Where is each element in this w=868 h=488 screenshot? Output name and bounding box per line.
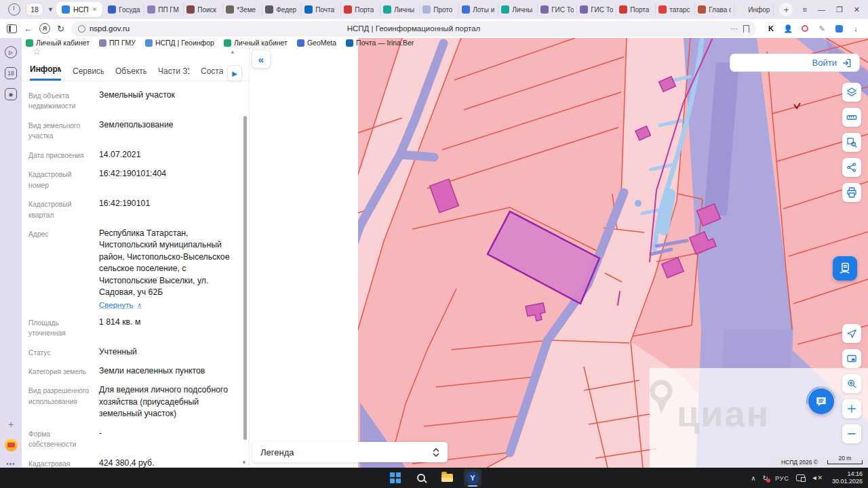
add-panel-icon[interactable]: + xyxy=(8,419,14,430)
calendar-18-icon[interactable]: 18 xyxy=(5,67,17,79)
browser-tab[interactable]: Госуда xyxy=(105,3,144,16)
login-button[interactable]: Войти xyxy=(730,54,860,72)
legend-bar[interactable]: Легенда xyxy=(252,442,448,462)
player-icon[interactable]: ▹ xyxy=(5,46,17,58)
browser-tab[interactable]: Лоты и xyxy=(459,3,498,16)
layers-button[interactable] xyxy=(842,83,861,102)
volume-muted-icon[interactable]: ◄✕ xyxy=(812,474,823,481)
browser-tab[interactable]: Федер xyxy=(262,3,302,16)
browser-tab[interactable]: Инфор xyxy=(734,3,774,16)
new-tab-button[interactable]: + xyxy=(779,3,793,16)
taskbar-search-button[interactable] xyxy=(412,469,430,487)
close-tab-icon[interactable]: ✕ xyxy=(92,6,98,13)
zoom-out-button[interactable] xyxy=(842,424,861,443)
taskbar-clock[interactable]: 14:16 30.01.2026 xyxy=(832,470,863,486)
bookmark-flag-icon[interactable] xyxy=(743,25,749,33)
attribution-text: НСПД 2026 © xyxy=(781,459,818,466)
tab-label: ГИС То xyxy=(551,6,574,14)
browser-menu-icon[interactable]: ≡ xyxy=(802,5,806,14)
history-clock-icon[interactable] xyxy=(8,3,20,16)
panorama-button[interactable] xyxy=(842,349,861,368)
browser-tab[interactable]: Порта xyxy=(341,3,380,16)
browser-tab[interactable]: *Земе xyxy=(223,3,262,16)
tab-label: Поиск xyxy=(197,6,216,14)
share-button[interactable] xyxy=(842,158,861,177)
select-area-button[interactable] xyxy=(842,133,861,152)
browser-tab[interactable]: Поиск xyxy=(184,3,223,16)
print-button[interactable] xyxy=(842,183,861,202)
tabs-overflow-button[interactable]: ▶ xyxy=(227,65,242,81)
measure-button[interactable] xyxy=(842,108,861,127)
scroll-up-icon[interactable]: ▲ xyxy=(230,49,235,55)
panel-tab[interactable]: Информация xyxy=(30,64,61,81)
zoom-in-button[interactable] xyxy=(842,399,861,418)
site-info-icon[interactable] xyxy=(78,25,85,33)
back-icon[interactable]: ← xyxy=(24,24,33,34)
chat-widget[interactable] xyxy=(806,386,836,416)
browser-tab[interactable]: татарс xyxy=(656,3,695,16)
map-canvas[interactable]: циан « Войти xyxy=(250,38,868,468)
tab-active-nspd[interactable]: НСП ✕ xyxy=(56,2,102,17)
plus-icon xyxy=(846,403,858,415)
tray-expand-icon[interactable]: ∧ xyxy=(751,474,755,482)
browser-tab[interactable]: ГИС То xyxy=(577,3,616,16)
chevron-down-icon[interactable]: ▼ xyxy=(47,6,54,13)
antivirus-extension-icon[interactable]: K xyxy=(766,23,776,34)
browser-tab[interactable]: Личны xyxy=(498,3,538,16)
share-icon xyxy=(846,161,858,174)
restore-icon[interactable]: ❐ xyxy=(836,5,843,14)
more-icon[interactable]: ⋯ xyxy=(730,24,738,33)
language-indicator[interactable]: РУС xyxy=(775,474,789,482)
locate-button[interactable] xyxy=(842,324,861,343)
scroll-down-icon[interactable]: ▼ xyxy=(241,460,247,466)
collapse-address-link[interactable]: Свернуть∧ xyxy=(99,301,237,309)
collapse-panel-button[interactable]: « xyxy=(252,49,271,68)
address-bar[interactable]: nspd.gov.ru НСПД | Геоинформационный пор… xyxy=(71,21,756,37)
browser-tab[interactable]: Глава с xyxy=(695,3,734,16)
browser-tab[interactable]: ГИС То xyxy=(538,3,577,16)
browser-tab[interactable]: Личны xyxy=(380,3,420,16)
attribute-value: 1 814 кв. м xyxy=(99,317,140,328)
network-icon[interactable] xyxy=(796,474,805,481)
minimize-icon[interactable]: — xyxy=(818,5,825,14)
tab-counter[interactable]: 18 xyxy=(26,3,43,16)
translate-extension-icon[interactable] xyxy=(833,23,844,34)
feedback-button[interactable] xyxy=(833,256,857,281)
sync-alert-icon[interactable]: ↻ xyxy=(763,474,768,482)
browser-tab[interactable]: Порта xyxy=(616,3,656,16)
record-extension-icon[interactable] xyxy=(800,23,810,34)
yandex-badge-icon[interactable]: Я xyxy=(39,23,50,34)
browser-tab[interactable]: Почта xyxy=(302,3,341,16)
file-explorer-button[interactable] xyxy=(438,469,456,487)
chat-button[interactable] xyxy=(808,388,834,414)
profile-extension-icon[interactable]: 👤 xyxy=(783,23,793,34)
bookmark-item[interactable]: Личный кабинет xyxy=(26,39,90,47)
more-dots-icon[interactable]: ••• xyxy=(6,460,16,468)
bookmark-item[interactable]: ПП ГМУ xyxy=(99,39,136,47)
panel-tab[interactable]: Объекты xyxy=(115,66,146,81)
collapse-up-icon[interactable]: ∧ xyxy=(137,302,142,308)
reload-icon[interactable]: ↻ xyxy=(57,24,64,34)
bookmark-item[interactable]: НСПД | Геоинфор xyxy=(145,39,214,47)
cadastral-map[interactable]: циан xyxy=(250,38,868,468)
yandex-mail-icon[interactable] xyxy=(5,439,18,451)
bookmark-item[interactable]: GeoMeta xyxy=(297,39,336,47)
yandex-browser-button[interactable]: Y xyxy=(464,469,481,487)
start-button[interactable] xyxy=(387,469,404,487)
screenshot-icon[interactable]: ◉ xyxy=(5,88,17,100)
panel-tab[interactable]: Сервисы xyxy=(73,66,104,81)
bookmark-item[interactable]: Почта — Irina.Ber xyxy=(346,39,414,47)
favorite-star-icon[interactable]: ☆ xyxy=(33,46,41,57)
notes-extension-icon[interactable]: ✎ xyxy=(816,23,827,34)
panel-tab[interactable]: Части ЗУ xyxy=(158,66,189,81)
browser-tab[interactable]: Прото xyxy=(420,3,459,16)
bookmark-item[interactable]: Личный кабинет xyxy=(224,39,288,47)
close-icon[interactable]: ✕ xyxy=(854,5,860,14)
panel-tab[interactable]: Соста xyxy=(201,66,223,81)
panel-scrollbar[interactable] xyxy=(243,116,247,440)
sidebar-toggle-icon[interactable] xyxy=(7,24,17,33)
legend-toggle[interactable] xyxy=(433,448,439,457)
search-area-button[interactable] xyxy=(842,374,861,393)
downloads-icon[interactable]: ↓ xyxy=(850,23,861,34)
browser-tab[interactable]: ПП ГМ xyxy=(144,3,184,16)
